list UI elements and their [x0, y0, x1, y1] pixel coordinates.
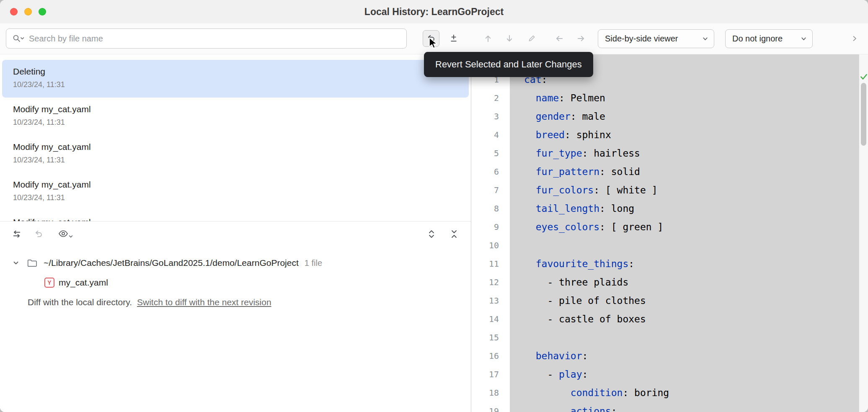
tooltip: Revert Selected and Later Changes [424, 52, 593, 77]
line-number: 14 [471, 314, 510, 324]
diff-mode-button[interactable] [9, 227, 24, 242]
create-patch-button[interactable] [445, 30, 462, 47]
patch-plus-icon [449, 34, 458, 43]
diff-note-row: Diff with the local directory. Switch to… [28, 294, 271, 311]
code-text: eyes_colors: [ green ] [510, 221, 868, 232]
undo-icon [34, 229, 43, 239]
code-line: 8 tail_length: long [471, 199, 868, 218]
scrollbar-thumb[interactable] [861, 83, 866, 146]
line-number: 19 [471, 406, 510, 412]
line-number: 3 [471, 111, 510, 121]
revision-item[interactable]: Deleting10/23/24, 11:31 [2, 60, 469, 98]
arrow-down-icon [505, 34, 514, 43]
zoom-button[interactable] [39, 8, 46, 15]
editor-lines: 1cat:2 name: Pelmen3 gender: male4 breed… [471, 70, 868, 412]
line-number: 2 [471, 93, 510, 103]
folder-icon [27, 258, 38, 268]
expand-all-button[interactable] [424, 227, 439, 242]
code-line: 18 condition: boring [471, 384, 868, 402]
line-number: 15 [471, 332, 510, 342]
back-button[interactable] [551, 30, 568, 47]
arrow-left-icon [555, 34, 564, 43]
line-number: 8 [471, 203, 510, 214]
titlebar: Local History: LearnGoProject [0, 0, 868, 23]
search-field[interactable] [6, 28, 407, 49]
traffic-lights [10, 8, 46, 15]
line-number: 9 [471, 222, 510, 232]
file-tree-row[interactable]: Y my_cat.yaml [44, 274, 108, 291]
revision-date: 10/23/24, 11:31 [13, 156, 469, 165]
revision-label: Modify my_cat.yaml [13, 142, 469, 152]
chevron-down-small-icon [69, 235, 73, 238]
diff-note: Diff with the local directory. [28, 297, 132, 307]
code-text: favourite_things: [510, 258, 868, 269]
code-text: - play: [510, 369, 868, 380]
line-number: 18 [471, 388, 510, 398]
code-line: 6 fur_pattern: solid [471, 162, 868, 181]
collapse-all-button[interactable] [447, 227, 462, 242]
code-text: condition: boring [510, 387, 868, 398]
line-number: 10 [471, 240, 510, 250]
code-line: 5 fur_type: hairless [471, 144, 868, 162]
details-panel: ~/Library/Caches/JetBrains/GoLand2025.1/… [0, 221, 471, 412]
code-line: 15 [471, 328, 868, 347]
chevron-down-icon [702, 35, 709, 42]
revision-item[interactable]: Modify my_cat.yaml10/23/24, 11:31 [2, 173, 469, 211]
revision-label: Modify my_cat.yaml [13, 180, 469, 190]
editor-pane[interactable]: 1cat:2 name: Pelmen3 gender: male4 breed… [471, 54, 868, 412]
arrow-up-icon [483, 34, 493, 43]
inspection-ok-check-icon[interactable] [859, 72, 868, 81]
expand-all-icon [427, 229, 436, 239]
code-line: 4 breed: sphinx [471, 126, 868, 144]
code-line: 12 - three plaids [471, 273, 868, 291]
revision-item[interactable]: Modify my_cat.yaml [2, 211, 469, 221]
pencil-icon [527, 34, 536, 43]
code-text: actions: [510, 406, 868, 412]
code-line: 7 fur_colors: [ white ] [471, 181, 868, 199]
whitespace-ignore-dropdown[interactable]: Do not ignore [725, 29, 813, 48]
code-line: 10 [471, 236, 868, 255]
code-text: breed: sphinx [510, 129, 868, 140]
code-text: tail_length: long [510, 203, 868, 214]
jump-to-source-button[interactable] [523, 30, 540, 47]
code-text: fur_type: hairless [510, 148, 868, 159]
yaml-file-icon: Y [44, 278, 54, 288]
code-line: 9 eyes_colors: [ green ] [471, 218, 868, 236]
cursor-pointer [428, 37, 440, 50]
revision-item[interactable]: Modify my_cat.yaml10/23/24, 11:31 [2, 98, 469, 135]
folder-tree-row[interactable]: ~/Library/Caches/JetBrains/GoLand2025.1/… [12, 254, 322, 272]
minimize-button[interactable] [24, 8, 32, 15]
code-line: 17 - play: [471, 365, 868, 384]
compare-arrows-icon [12, 229, 22, 239]
line-number: 17 [471, 369, 510, 379]
chevron-right-icon [851, 35, 858, 42]
search-input[interactable] [29, 34, 400, 44]
diff-switch-link[interactable]: Switch to diff with the next revision [137, 297, 271, 307]
whitespace-ignore-label: Do not ignore [732, 34, 783, 44]
code-line: 3 gender: male [471, 107, 868, 126]
code-text: gender: male [510, 111, 868, 122]
line-number: 6 [471, 167, 510, 177]
next-difference-button[interactable] [501, 30, 518, 47]
revision-list: Deleting10/23/24, 11:31Modify my_cat.yam… [0, 54, 471, 221]
revision-date: 10/23/24, 11:31 [13, 118, 469, 127]
revision-item[interactable]: Modify my_cat.yaml10/23/24, 11:31 [2, 135, 469, 173]
code-line: 2 name: Pelmen [471, 89, 868, 107]
file-count: 1 file [305, 258, 322, 268]
search-icon [12, 34, 25, 43]
previous-difference-button[interactable] [480, 30, 496, 47]
viewer-mode-dropdown[interactable]: Side-by-side viewer [598, 29, 714, 48]
code-text: name: Pelmen [510, 93, 868, 103]
revision-label: Deleting [13, 67, 469, 77]
close-button[interactable] [10, 8, 18, 15]
forward-button[interactable] [573, 30, 589, 47]
editor-scrollbar[interactable] [859, 54, 868, 412]
revert-selection-button[interactable] [31, 227, 46, 242]
arrow-right-icon [576, 34, 586, 43]
preview-options-button[interactable] [55, 227, 75, 242]
code-text: fur_colors: [ white ] [510, 185, 868, 196]
line-number: 13 [471, 296, 510, 306]
code-text: - castle of boxes [510, 314, 868, 324]
eye-icon [58, 230, 69, 238]
toolbar-overflow-button[interactable] [847, 30, 862, 47]
